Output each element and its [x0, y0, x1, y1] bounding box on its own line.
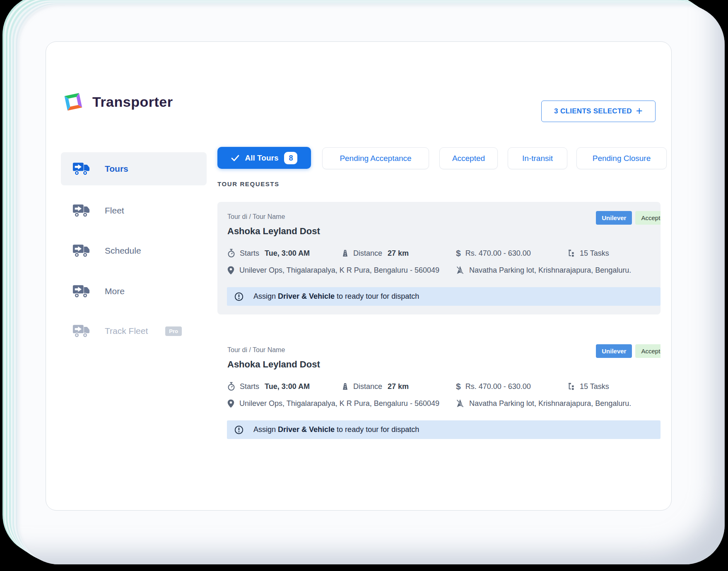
road-icon	[342, 250, 349, 257]
sidebar-item-label: Fleet	[105, 206, 124, 216]
pickup-text: Unilever Ops, Thigalarapalya, K R Pura, …	[239, 399, 439, 408]
page-title: Transporter	[92, 94, 173, 110]
tour-id-label: Tour di / Tour Name	[227, 346, 651, 354]
location-row: Unilever Ops, Thigalarapalya, K R Pura, …	[227, 399, 651, 408]
status-badge: Accepted	[635, 344, 661, 358]
location-off-icon	[456, 399, 464, 408]
location-row: Unilever Ops, Thigalarapalya, K R Pura, …	[227, 266, 651, 275]
stopwatch-icon	[227, 382, 235, 391]
tab-in-transit[interactable]: In-transit	[508, 147, 567, 169]
tab-pending-acceptance[interactable]: Pending Acceptance	[322, 147, 429, 169]
price-value: Rs. 470.00 - 630.00	[465, 249, 531, 258]
sidebar-item-fleet[interactable]: Fleet	[61, 198, 207, 223]
app-screen: Transporter 3 CLIENTS SELECTED + Tours	[46, 41, 672, 511]
map-pin-icon	[227, 266, 234, 275]
sidebar-item-tours[interactable]: Tours	[61, 152, 207, 185]
distance-detail: Distance 27 km	[342, 382, 456, 391]
tab-label: In-transit	[522, 154, 553, 163]
tab-label: All Tours	[245, 154, 279, 163]
drop-text: Navatha Parking lot, Krishnarajapura, Be…	[469, 266, 631, 275]
assign-banner: AssignDriver & Vehicleto ready tour for …	[227, 287, 661, 306]
tasks-detail: 15 Tasks	[568, 382, 609, 391]
client-badge: Unilever	[596, 344, 632, 358]
distance-detail: Distance 27 km	[342, 249, 456, 258]
tour-name: Ashoka Leyland Dost	[227, 226, 651, 237]
banner-prefix: Assign	[253, 425, 276, 434]
road-icon	[342, 383, 349, 390]
stopwatch-icon	[227, 249, 235, 258]
tour-id-label: Tour di / Tour Name	[227, 213, 651, 221]
clients-selected-button[interactable]: 3 CLIENTS SELECTED +	[541, 101, 656, 122]
section-title: TOUR REQUESTS	[217, 180, 280, 187]
truck-icon	[72, 162, 90, 176]
tour-card[interactable]: Unilever Accepted Tour di / Tour Name As…	[217, 202, 661, 314]
banner-bold: Driver & Vehicle	[278, 292, 335, 300]
tab-accepted[interactable]: Accepted	[439, 147, 498, 169]
tasks-icon	[568, 250, 575, 257]
truck-icon	[72, 204, 90, 218]
map-pin-icon	[227, 399, 234, 408]
pro-badge: Pro	[165, 326, 182, 336]
tour-card[interactable]: Unilever Accepted Tour di / Tour Name As…	[217, 335, 661, 448]
alert-icon	[234, 425, 243, 434]
clients-selected-label: 3 CLIENTS SELECTED	[554, 107, 632, 115]
tab-all-tours[interactable]: All Tours 8	[217, 147, 311, 169]
sidebar-item-label: Tours	[105, 164, 128, 174]
starts-label: Starts	[240, 382, 259, 391]
sidebar-item-schedule[interactable]: Schedule	[61, 238, 207, 264]
truck-icon	[72, 285, 90, 298]
banner-suffix: to ready tour for dispatch	[337, 425, 419, 434]
sidebar-item-label: More	[105, 286, 125, 296]
tasks-value: 15 Tasks	[580, 382, 609, 391]
tab-label: Pending Closure	[593, 154, 651, 163]
starts-value: Tue, 3:00 AM	[265, 382, 310, 391]
tab-label: Accepted	[452, 154, 485, 163]
distance-value: 27 km	[388, 249, 409, 258]
distance-value: 27 km	[388, 382, 409, 391]
sidebar-item-more[interactable]: More	[61, 278, 207, 304]
distance-label: Distance	[353, 249, 382, 258]
tasks-value: 15 Tasks	[580, 249, 609, 258]
price-detail: $ Rs. 470.00 - 630.00	[456, 249, 568, 258]
detail-row: Starts Tue, 3:00 AM Distance 27 km $ Rs.…	[227, 249, 651, 258]
assign-banner: AssignDriver & Vehicleto ready tour for …	[227, 420, 661, 439]
distance-label: Distance	[353, 382, 382, 391]
badge-row: Unilever Accepted	[596, 344, 661, 358]
pickup-text: Unilever Ops, Thigalarapalya, K R Pura, …	[239, 266, 439, 275]
assign-banner-text: AssignDriver & Vehicleto ready tour for …	[253, 292, 419, 301]
drop-location: Navatha Parking lot, Krishnarajapura, Be…	[456, 266, 631, 275]
banner-suffix: to ready tour for dispatch	[337, 292, 419, 300]
pickup-location: Unilever Ops, Thigalarapalya, K R Pura, …	[227, 266, 456, 275]
sidebar-item-track-fleet[interactable]: Track Fleet Pro	[61, 318, 207, 344]
truck-icon	[72, 244, 90, 258]
drop-location: Navatha Parking lot, Krishnarajapura, Be…	[456, 399, 631, 408]
detail-row: Starts Tue, 3:00 AM Distance 27 km $ Rs.…	[227, 382, 651, 391]
check-icon	[231, 155, 239, 161]
tasks-detail: 15 Tasks	[568, 249, 609, 258]
starts-detail: Starts Tue, 3:00 AM	[227, 249, 342, 258]
tab-count-badge: 8	[284, 152, 297, 164]
tasks-icon	[568, 383, 575, 390]
status-badge: Accepted	[635, 211, 661, 225]
price-detail: $ Rs. 470.00 - 630.00	[456, 382, 568, 391]
sidebar-item-label: Track Fleet	[105, 326, 148, 336]
price-value: Rs. 470.00 - 630.00	[465, 382, 531, 391]
banner-prefix: Assign	[253, 292, 276, 300]
plus-icon: +	[636, 106, 643, 117]
client-badge: Unilever	[596, 211, 632, 225]
badge-row: Unilever Accepted	[596, 211, 661, 225]
tour-name: Ashoka Leyland Dost	[227, 359, 651, 370]
brand: Transporter	[63, 91, 173, 112]
app-logo-icon	[63, 91, 83, 112]
starts-label: Starts	[240, 249, 259, 258]
banner-bold: Driver & Vehicle	[278, 425, 335, 434]
starts-detail: Starts Tue, 3:00 AM	[227, 382, 342, 391]
drop-text: Navatha Parking lot, Krishnarajapura, Be…	[469, 399, 631, 408]
alert-icon	[234, 292, 243, 301]
location-off-icon	[456, 266, 464, 275]
tab-pending-closure[interactable]: Pending Closure	[576, 147, 667, 169]
starts-value: Tue, 3:00 AM	[265, 249, 310, 258]
assign-banner-text: AssignDriver & Vehicleto ready tour for …	[253, 425, 419, 434]
tab-label: Pending Acceptance	[340, 154, 411, 163]
pickup-location: Unilever Ops, Thigalarapalya, K R Pura, …	[227, 399, 456, 408]
